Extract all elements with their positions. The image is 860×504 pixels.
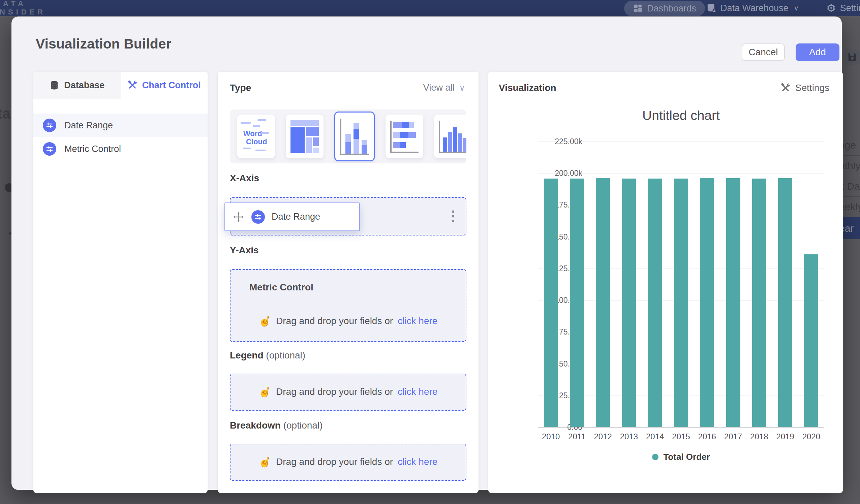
- chart-type-stacked-bar[interactable]: [386, 115, 423, 158]
- gear-icon: ⚙: [826, 3, 836, 13]
- nav-settings-label: Settings: [840, 3, 860, 13]
- chart-type-word-cloud[interactable]: Word Cloud: [237, 115, 275, 158]
- word-cloud-text: Cloud: [246, 138, 267, 146]
- legend-drag-hint: ☝ Drag and drop your fields or click her…: [230, 386, 466, 398]
- top-navbar: DATA INSIDER Dashboards Data Warehouse ∨…: [0, 0, 860, 16]
- x-axis-tick-label: 2019: [772, 432, 798, 441]
- chart-settings-button[interactable]: Settings: [780, 83, 829, 93]
- chevron-down-icon: ∨: [794, 4, 799, 12]
- word-cloud-text: Word: [243, 129, 262, 138]
- control-sliders-icon: [43, 142, 56, 156]
- field-item-label: Metric Control: [64, 144, 121, 154]
- fields-panel: Database Chart Control Date Range: [33, 72, 207, 493]
- field-item-date-range[interactable]: Date Range: [33, 114, 207, 137]
- tap-hand-icon: ☝: [257, 385, 272, 399]
- x-axis-tick-label: 2010: [538, 432, 564, 441]
- drag-hint-text: Drag and drop your fields or: [276, 386, 393, 397]
- bar-2015: [674, 178, 688, 427]
- save-button[interactable]: [845, 49, 860, 65]
- tab-chart-control-label: Chart Control: [142, 80, 201, 91]
- bar-2011: [570, 178, 584, 427]
- background-cropped-text: ta: [0, 105, 11, 122]
- tap-hand-icon: ☝: [257, 314, 272, 328]
- visualization-title: Visualization: [499, 83, 556, 93]
- x-axis-section-title: X-Axis: [230, 173, 259, 184]
- view-all-dropdown[interactable]: View all ∨: [423, 83, 465, 93]
- y-axis-section-title: Y-Axis: [230, 245, 259, 256]
- nav-data-warehouse[interactable]: Data Warehouse ∨: [706, 0, 799, 16]
- visualization-builder-modal: Visualization Builder Cancel Add Databas…: [12, 16, 842, 490]
- x-axis-tick-label: 2015: [668, 432, 694, 441]
- legend-optional-text: (optional): [266, 350, 305, 360]
- tools-icon: [780, 83, 791, 93]
- nav-settings[interactable]: ⚙ Settings: [826, 0, 860, 16]
- builder-panel: Type View all ∨ Word Cloud: [218, 72, 478, 493]
- kebab-menu-icon[interactable]: [449, 208, 457, 225]
- chart-type-stacked-column[interactable]: [334, 112, 375, 161]
- breakdown-section-title: Breakdown (optional): [230, 420, 322, 431]
- x-axis-tick-label: 2017: [720, 432, 746, 441]
- bar-chart-plot: 225.00k200.00k175.00k150.00k125.00k100.0…: [538, 142, 824, 427]
- tab-chart-control[interactable]: Chart Control: [121, 72, 208, 99]
- bar-2013: [622, 178, 636, 427]
- dashboards-grid-icon: [633, 3, 643, 13]
- date-range-drag-chip[interactable]: Date Range: [225, 202, 360, 231]
- tab-database-label: Database: [64, 80, 104, 91]
- bar-2016: [700, 178, 714, 427]
- chart-settings-label: Settings: [795, 83, 829, 93]
- legend-dropzone[interactable]: ☝ Drag and drop your fields or click her…: [230, 374, 467, 411]
- y-axis-dropzone[interactable]: Metric Control ☝ Drag and drop your fiel…: [230, 269, 467, 342]
- bar-2010: [544, 178, 558, 427]
- control-sliders-icon: [252, 210, 265, 224]
- type-section-title: Type: [230, 83, 251, 93]
- cancel-button[interactable]: Cancel: [742, 43, 785, 61]
- drag-hint-text: Drag and drop your fields or: [276, 457, 393, 467]
- breakdown-dropzone[interactable]: ☝ Drag and drop your fields or click her…: [230, 444, 467, 481]
- legend-section-title: Legend (optional): [230, 350, 305, 361]
- chart-legend: Total Order: [538, 452, 824, 462]
- nav-dashboards[interactable]: Dashboards: [624, 1, 705, 16]
- chart-title: Untitled chart: [538, 108, 824, 123]
- x-axis-tick-label: 2014: [642, 432, 668, 441]
- y-axis-tick-label: 225.00k: [532, 137, 582, 146]
- field-item-label: Date Range: [64, 120, 113, 131]
- tap-hand-icon: ☝: [257, 455, 272, 469]
- click-here-link[interactable]: click here: [398, 457, 438, 467]
- y-axis-placeholder-title: Metric Control: [249, 282, 313, 293]
- modal-title: Visualization Builder: [36, 36, 172, 52]
- breakdown-drag-hint: ☝ Drag and drop your fields or click her…: [230, 456, 466, 467]
- field-item-metric-control[interactable]: Metric Control: [33, 137, 207, 161]
- app-logo: DATA INSIDER: [0, 0, 46, 16]
- bar-2017: [726, 178, 740, 427]
- x-axis-tick-label: 2016: [694, 432, 720, 441]
- x-axis-tick-label: 2011: [564, 432, 590, 441]
- x-axis-tick-label: 2012: [590, 432, 616, 441]
- drag-hint-text: Drag and drop your fields or: [276, 316, 393, 327]
- tab-database[interactable]: Database: [33, 72, 121, 99]
- nav-data-warehouse-label: Data Warehouse: [720, 3, 789, 13]
- add-button[interactable]: Add: [796, 43, 840, 61]
- click-here-link[interactable]: click here: [398, 316, 438, 327]
- tools-icon: [127, 80, 138, 90]
- bar-2014: [648, 178, 662, 427]
- bar-2020: [804, 254, 818, 427]
- visualization-panel: Visualization Settings Untitled chart 22…: [488, 72, 843, 493]
- legend-series-label: Total Order: [663, 452, 710, 462]
- chart-type-treemap[interactable]: [286, 115, 324, 158]
- y-axis-drag-hint: ☝ Drag and drop your fields or click her…: [230, 315, 466, 327]
- chart-type-histogram[interactable]: [434, 115, 467, 158]
- drag-chip-label: Date Range: [272, 212, 320, 222]
- bar-2018: [752, 178, 766, 427]
- nav-dashboards-label: Dashboards: [647, 3, 696, 14]
- bar-2012: [596, 178, 610, 427]
- click-here-link[interactable]: click here: [398, 386, 438, 397]
- x-axis-tick-label: 2018: [746, 432, 772, 441]
- save-floppy-icon: [847, 52, 857, 62]
- x-axis-tick-label: 2013: [616, 432, 642, 441]
- y-axis-tick-label: 200.00k: [532, 169, 582, 178]
- fields-panel-tabs: Database Chart Control: [33, 72, 207, 99]
- chart-type-strip: Word Cloud: [230, 110, 467, 163]
- x-axis-tick-label: 2020: [798, 432, 824, 441]
- screen: DATA INSIDER Dashboards Data Warehouse ∨…: [0, 0, 860, 504]
- move-cursor-icon: [232, 211, 245, 223]
